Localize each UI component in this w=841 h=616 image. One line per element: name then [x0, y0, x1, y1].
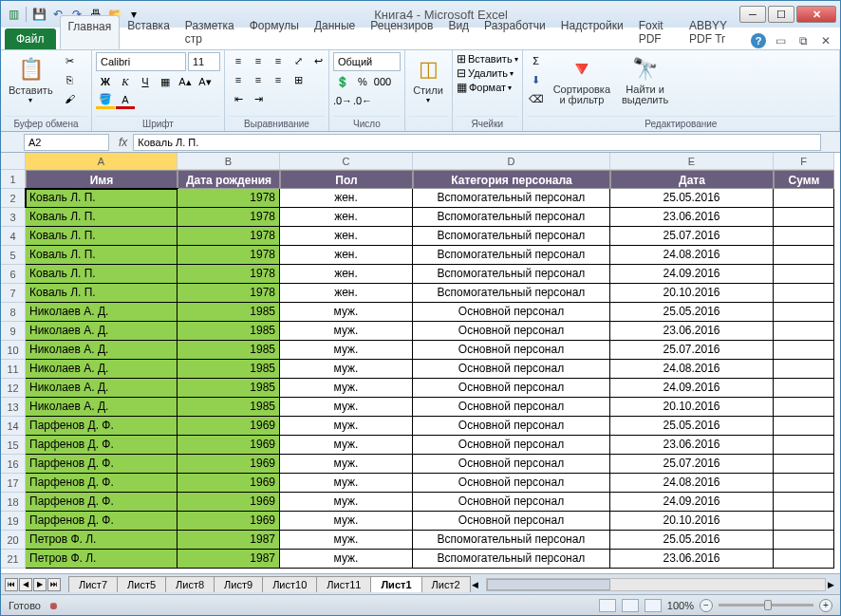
close-button[interactable]: ✕ [796, 6, 836, 23]
cell[interactable]: 24.08.2016 [610, 360, 774, 379]
sheet-next-icon[interactable]: ▶ [33, 578, 47, 591]
cell[interactable]: муж. [280, 322, 413, 341]
cell[interactable]: 1969 [178, 455, 280, 474]
cell[interactable]: Вспомогательный персонал [413, 189, 610, 208]
zoom-out-button[interactable]: − [700, 599, 713, 612]
cell[interactable] [774, 284, 834, 303]
row-header[interactable]: 10 [1, 341, 26, 360]
cell[interactable]: 1985 [178, 341, 280, 360]
ribbon-tab[interactable]: Разметка стр [178, 15, 242, 49]
ribbon-tab[interactable]: Надстройки [553, 15, 631, 49]
row-header[interactable]: 8 [1, 303, 26, 322]
col-header-D[interactable]: D [413, 153, 610, 170]
view-break-icon[interactable] [645, 599, 662, 612]
cell[interactable]: муж. [280, 550, 413, 569]
cell[interactable]: 25.07.2016 [610, 341, 774, 360]
cell[interactable] [774, 531, 834, 550]
currency-icon[interactable]: 💲 [333, 73, 352, 90]
col-header-E[interactable]: E [610, 153, 774, 170]
ribbon-tab[interactable]: Вид [440, 15, 477, 49]
cell[interactable] [774, 455, 834, 474]
row-header-1[interactable]: 1 [1, 170, 26, 189]
increase-font-icon[interactable]: A▴ [176, 73, 195, 90]
cell[interactable]: Петров Ф. Л. [26, 550, 178, 569]
row-header[interactable]: 6 [1, 265, 26, 284]
cell[interactable]: 20.10.2016 [610, 398, 774, 417]
format-painter-icon[interactable]: 🖌 [61, 90, 80, 107]
help-icon[interactable]: ? [751, 33, 766, 48]
cell[interactable] [774, 227, 834, 246]
underline-button[interactable]: Ч [136, 73, 155, 90]
row-header[interactable]: 16 [1, 455, 26, 474]
align-right-icon[interactable]: ≡ [269, 71, 288, 88]
cell[interactable]: муж. [280, 436, 413, 455]
cell[interactable]: 1978 [178, 189, 280, 208]
zoom-in-button[interactable]: + [819, 599, 832, 612]
view-normal-icon[interactable] [599, 599, 616, 612]
sheet-tab[interactable]: Лист10 [262, 576, 317, 592]
sheet-last-icon[interactable]: ⏭ [47, 578, 61, 591]
cell[interactable]: 1978 [178, 246, 280, 265]
cell[interactable]: муж. [280, 493, 413, 512]
cell[interactable] [774, 436, 834, 455]
cell[interactable]: муж. [280, 417, 413, 436]
number-format-combo[interactable]: Общий [333, 52, 401, 71]
select-all-corner[interactable] [1, 153, 26, 170]
cell[interactable]: 1969 [178, 417, 280, 436]
th-name[interactable]: Имя [26, 170, 178, 189]
cell[interactable]: жен. [280, 246, 413, 265]
cell[interactable]: 24.09.2016 [610, 265, 774, 284]
col-header-C[interactable]: C [280, 153, 413, 170]
cell[interactable]: 25.07.2016 [610, 455, 774, 474]
cell[interactable] [774, 512, 834, 531]
view-layout-icon[interactable] [622, 599, 639, 612]
bold-button[interactable]: Ж [96, 73, 115, 90]
cell[interactable] [774, 208, 834, 227]
scroll-thumb[interactable] [487, 579, 610, 590]
increase-indent-icon[interactable]: ⇥ [249, 90, 268, 107]
cell[interactable] [774, 474, 834, 493]
cell[interactable]: жен. [280, 208, 413, 227]
decrease-decimal-icon[interactable]: .0← [353, 92, 372, 109]
align-center-icon[interactable]: ≡ [249, 71, 268, 88]
row-header[interactable]: 4 [1, 227, 26, 246]
sheet-first-icon[interactable]: ⏮ [5, 578, 18, 591]
ribbon-tab[interactable]: Вставка [120, 15, 178, 49]
cell[interactable]: Вспомогательный персонал [413, 265, 610, 284]
cell[interactable]: жен. [280, 189, 413, 208]
th-gender[interactable]: Пол [280, 170, 413, 189]
name-box[interactable]: A2 [24, 134, 109, 151]
cell[interactable]: муж. [280, 303, 413, 322]
row-header[interactable]: 3 [1, 208, 26, 227]
cell[interactable]: 1985 [178, 303, 280, 322]
cell[interactable]: Основной персонал [413, 322, 610, 341]
cell[interactable]: Николаев А. Д. [26, 398, 178, 417]
cell[interactable]: 25.07.2016 [610, 227, 774, 246]
sheet-tab[interactable]: Лист5 [117, 576, 166, 592]
row-header[interactable]: 15 [1, 436, 26, 455]
cell[interactable]: 1985 [178, 360, 280, 379]
align-top-icon[interactable]: ≡ [229, 52, 248, 69]
cell[interactable]: Николаев А. Д. [26, 341, 178, 360]
increase-decimal-icon[interactable]: .0→ [333, 92, 352, 109]
cell[interactable]: Основной персонал [413, 379, 610, 398]
cell[interactable] [774, 189, 834, 208]
cell[interactable]: жен. [280, 265, 413, 284]
cell[interactable]: 1978 [178, 265, 280, 284]
row-header[interactable]: 14 [1, 417, 26, 436]
cell[interactable]: 1969 [178, 512, 280, 531]
cell[interactable]: Основной персонал [413, 341, 610, 360]
row-header[interactable]: 13 [1, 398, 26, 417]
find-select-button[interactable]: 🔭 Найти и выделить [618, 52, 672, 107]
cell[interactable]: Вспомогательный персонал [413, 550, 610, 569]
insert-cells-button[interactable]: ⊞Вставить▾ [457, 52, 518, 65]
sheet-tab[interactable]: Лист1 [370, 576, 421, 592]
row-header[interactable]: 18 [1, 493, 26, 512]
font-color-button[interactable]: A [116, 92, 135, 109]
cell[interactable]: жен. [280, 284, 413, 303]
ribbon-tab[interactable]: Данные [307, 15, 363, 49]
zoom-slider[interactable] [719, 604, 813, 607]
sheet-prev-icon[interactable]: ◀ [19, 578, 32, 591]
cell[interactable]: Николаев А. Д. [26, 360, 178, 379]
cell[interactable]: Парфенов Д. Ф. [26, 455, 178, 474]
